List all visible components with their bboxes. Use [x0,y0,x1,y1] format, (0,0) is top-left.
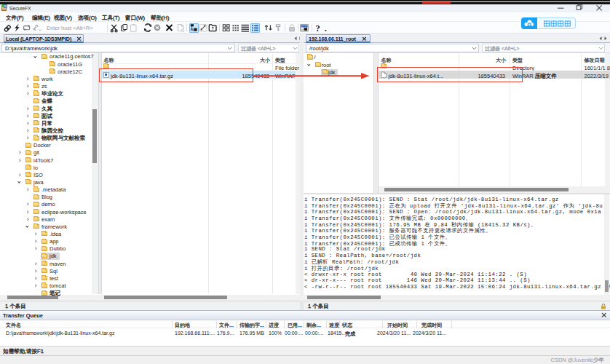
svg-text:?: ? [316,23,320,33]
svg-text:Enter host <Alt+R>: Enter host <Alt+R> [47,25,93,31]
